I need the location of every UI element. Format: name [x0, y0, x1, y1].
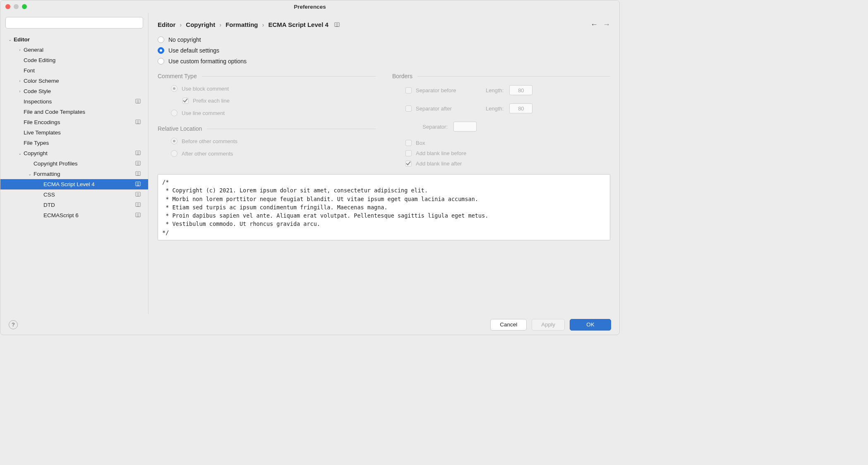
- scope-icon: [135, 213, 141, 217]
- cancel-button[interactable]: Cancel: [490, 319, 527, 331]
- tree-item-editor[interactable]: ⌄Editor: [0, 34, 148, 45]
- check-box: Box: [405, 140, 610, 146]
- tree-item-label: ECMAScript 6: [43, 212, 79, 218]
- main-panel: Editor › Copyright › Formatting › ECMA S…: [149, 13, 619, 314]
- radio-no-copyright[interactable]: No copyright: [158, 36, 610, 43]
- tree-item-label: Code Style: [23, 88, 51, 94]
- tree-item[interactable]: ⌄Copyright: [0, 148, 148, 158]
- breadcrumb-part[interactable]: Editor: [158, 21, 175, 28]
- tree-item[interactable]: ECMA Script Level 4: [0, 179, 148, 189]
- tree-item-label: File Types: [23, 140, 49, 146]
- checkbox-icon: [405, 140, 412, 146]
- separator-label: Separator:: [409, 124, 448, 130]
- length-after-input: [509, 103, 532, 113]
- breadcrumb-part[interactable]: Copyright: [186, 21, 215, 28]
- search-input[interactable]: [5, 17, 143, 29]
- scope-icon: [135, 99, 141, 103]
- sidebar: ⌄Editor›GeneralCode EditingFont›Color Sc…: [0, 13, 149, 314]
- breadcrumb-part: ECMA Script Level 4: [269, 21, 328, 28]
- section-title: Borders: [392, 73, 412, 79]
- tree-item-label: Live Templates: [23, 129, 61, 136]
- tree-item[interactable]: ›Code Style: [0, 86, 148, 96]
- footer: ? Cancel Apply OK: [0, 314, 619, 335]
- tree-item[interactable]: Copyright Profiles: [0, 158, 148, 169]
- tree-item-label: Inspections: [23, 98, 52, 105]
- check-prefix-each-line: Prefix each line: [171, 98, 376, 104]
- checkbox-icon: [182, 98, 189, 104]
- radio-icon: [171, 138, 177, 144]
- tree-item-label: CSS: [43, 192, 55, 198]
- scope-icon: [135, 192, 141, 197]
- settings-tree[interactable]: ⌄Editor›GeneralCode EditingFont›Color Sc…: [0, 33, 148, 314]
- tree-item[interactable]: Code Editing: [0, 55, 148, 65]
- scope-icon: [135, 202, 141, 207]
- tree-item[interactable]: ECMAScript 6: [0, 210, 148, 221]
- tree-item-label: Color Scheme: [23, 78, 59, 84]
- radio-after-comments: After other comments: [171, 150, 376, 157]
- length-before-input: [509, 85, 532, 95]
- nav-back-button[interactable]: ←: [590, 20, 598, 29]
- radio-icon: [158, 58, 164, 65]
- tree-item-label: File Encodings: [23, 119, 60, 125]
- tree-item[interactable]: ›General: [0, 45, 148, 55]
- check-blank-after: Add blank line after: [405, 161, 610, 167]
- tree-item[interactable]: File Encodings: [0, 117, 148, 127]
- radio-icon: [158, 36, 164, 43]
- tree-item-label: Code Editing: [23, 57, 55, 63]
- tree-item-label: Font: [23, 67, 35, 74]
- ok-button[interactable]: OK: [570, 319, 611, 331]
- scope-icon: [135, 182, 141, 186]
- scope-icon: [334, 22, 340, 27]
- tree-item-label: General: [23, 47, 43, 53]
- radio-icon: [171, 110, 177, 116]
- checkbox-icon: [405, 105, 412, 112]
- tree-item-label: Formatting: [33, 171, 60, 177]
- scope-icon: [135, 161, 141, 165]
- check-blank-before: Add blank line before: [405, 150, 610, 156]
- checkbox-icon: [405, 87, 412, 93]
- checkbox-icon: [405, 161, 412, 167]
- tree-item[interactable]: File and Code Templates: [0, 107, 148, 117]
- tree-item[interactable]: DTD: [0, 200, 148, 210]
- breadcrumb-part[interactable]: Formatting: [225, 21, 258, 28]
- preview-pane: /* * Copyright (c) 2021. Lorem ipsum dol…: [158, 174, 610, 240]
- tree-item[interactable]: ⌄Formatting: [0, 169, 148, 179]
- scope-icon: [135, 171, 141, 176]
- length-before-label: Length:: [486, 87, 504, 93]
- radio-block-comment: Use block comment: [171, 85, 376, 92]
- radio-use-default[interactable]: Use default settings: [158, 47, 610, 54]
- breadcrumb: Editor › Copyright › Formatting › ECMA S…: [158, 20, 610, 29]
- check-separator-before: Separator before: [405, 87, 480, 93]
- apply-button: Apply: [532, 319, 565, 331]
- help-button[interactable]: ?: [9, 320, 18, 329]
- nav-forward-button: →: [603, 20, 610, 29]
- tree-item-label: Copyright Profiles: [33, 161, 78, 167]
- tree-item-label: DTD: [43, 202, 55, 208]
- tree-item-label: ECMA Script Level 4: [43, 181, 95, 187]
- tree-item-label: Copyright: [23, 150, 48, 156]
- separator-input: [453, 122, 477, 132]
- radio-icon: [158, 47, 164, 54]
- tree-item[interactable]: ›Color Scheme: [0, 76, 148, 86]
- radio-icon: [171, 150, 177, 157]
- length-after-label: Length:: [486, 105, 504, 112]
- scope-icon: [135, 120, 141, 124]
- radio-before-comments: Before other comments: [171, 138, 376, 144]
- tree-item-label: File and Code Templates: [23, 109, 85, 115]
- radio-line-comment: Use line comment: [171, 110, 376, 116]
- section-title: Comment Type: [158, 73, 197, 79]
- check-separator-after: Separator after: [405, 105, 480, 112]
- tree-item[interactable]: CSS: [0, 189, 148, 200]
- window-title: Preferences: [0, 4, 619, 10]
- radio-use-custom[interactable]: Use custom formatting options: [158, 58, 610, 65]
- tree-item[interactable]: Font: [0, 65, 148, 76]
- radio-icon: [171, 85, 177, 92]
- checkbox-icon: [405, 150, 412, 156]
- tree-item[interactable]: Inspections: [0, 96, 148, 107]
- scope-icon: [135, 151, 141, 155]
- section-title: Relative Location: [158, 125, 202, 132]
- titlebar: Preferences: [0, 0, 619, 13]
- tree-item[interactable]: File Types: [0, 138, 148, 148]
- tree-item[interactable]: Live Templates: [0, 127, 148, 138]
